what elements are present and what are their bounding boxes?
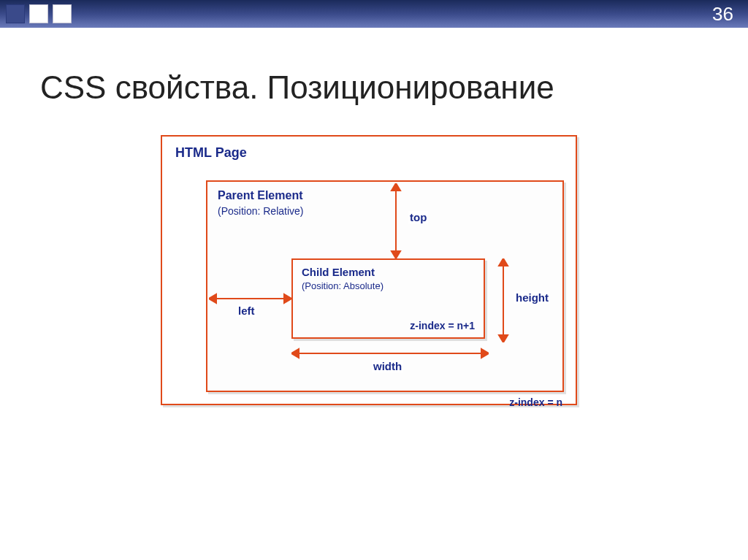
decor-square-icon: [6, 4, 25, 23]
decor-square-icon: [29, 4, 48, 23]
svg-marker-8: [481, 349, 489, 358]
svg-marker-11: [499, 335, 508, 342]
svg-marker-7: [291, 349, 299, 358]
parent-element-box: Parent Element (Position: Relative) top …: [206, 180, 564, 392]
height-arrow-icon: [496, 258, 511, 342]
top-arrow-icon: [389, 183, 403, 258]
slide-header: 36: [0, 0, 748, 28]
height-label: height: [514, 291, 550, 304]
child-zindex: z-index = n+1: [410, 320, 475, 331]
top-label: top: [408, 211, 428, 223]
child-label: Child Element: [302, 266, 375, 278]
child-sublabel: (Position: Absolute): [302, 280, 383, 291]
svg-marker-4: [209, 294, 216, 303]
decor-square-icon: [53, 4, 72, 23]
parent-sublabel: (Position: Relative): [218, 205, 304, 217]
svg-marker-1: [392, 183, 400, 191]
header-squares: [0, 4, 72, 23]
parent-label: Parent Element: [218, 189, 302, 202]
child-element-box: Child Element (Position: Absolute) z-ind…: [291, 258, 485, 339]
svg-marker-10: [499, 258, 508, 266]
width-arrow-icon: [291, 346, 489, 361]
html-page-label: HTML Page: [175, 145, 247, 161]
page-number: 36: [712, 3, 748, 26]
left-label: left: [237, 304, 256, 317]
parent-zindex: z-index = n: [509, 396, 562, 408]
svg-marker-5: [284, 294, 291, 303]
slide-title: CSS свойства. Позиционирование: [40, 69, 554, 106]
html-page-box: HTML Page Parent Element (Position: Rela…: [161, 135, 577, 405]
positioning-diagram: HTML Page Parent Element (Position: Rela…: [161, 135, 584, 427]
left-arrow-icon: [209, 291, 291, 306]
svg-marker-2: [392, 251, 400, 258]
width-label: width: [372, 360, 403, 372]
